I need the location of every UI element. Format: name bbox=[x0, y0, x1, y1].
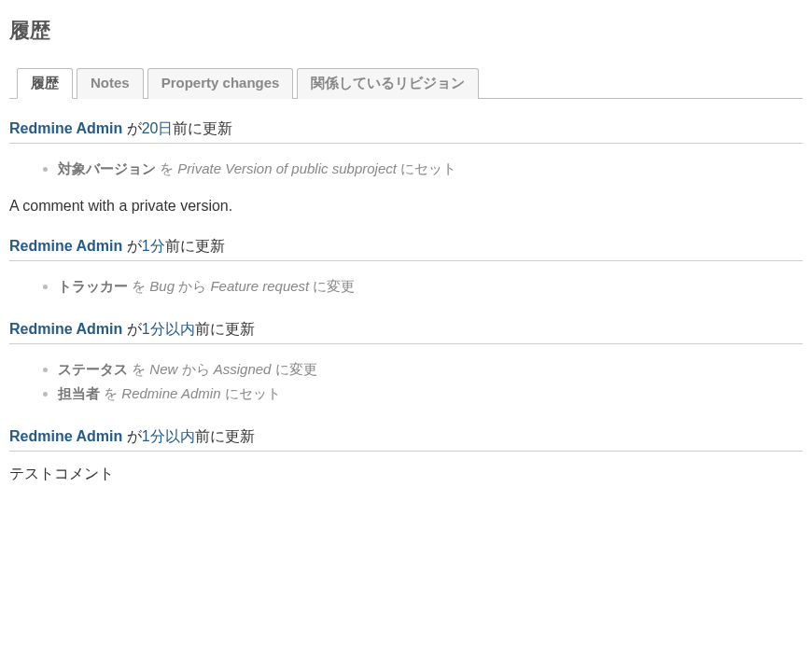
detail-text: にセット bbox=[397, 160, 456, 176]
journal-ga-text: が bbox=[122, 120, 141, 136]
detail-property: 担当者 bbox=[58, 385, 100, 401]
detail-text: に変更 bbox=[271, 361, 316, 377]
detail-text: を bbox=[128, 278, 149, 294]
journal-details-list: トラッカー を Bug から Feature request に変更 bbox=[9, 274, 803, 299]
tab-1[interactable]: Notes bbox=[77, 68, 144, 99]
detail-text: を bbox=[100, 385, 121, 401]
journal-time-link[interactable]: 1分 bbox=[142, 238, 165, 254]
journal-header: Redmine Admin が1分以内前に更新 bbox=[9, 427, 803, 452]
tab-3[interactable]: 関係しているリビジョン bbox=[297, 68, 479, 99]
detail-text: から bbox=[175, 278, 210, 294]
journal-header: Redmine Admin が1分以内前に更新 bbox=[9, 320, 803, 344]
detail-text: を bbox=[128, 361, 149, 377]
detail-property: 対象バージョン bbox=[58, 160, 156, 176]
journal-note: A comment with a private version. bbox=[9, 198, 803, 215]
journal-time-link[interactable]: 1分以内 bbox=[142, 321, 195, 337]
journal-details-list: ステータス を New から Assigned に変更担当者 を Redmine… bbox=[9, 357, 803, 405]
detail-value: Feature request bbox=[210, 278, 309, 294]
detail-text: にセット bbox=[221, 385, 281, 401]
detail-value: Bug bbox=[149, 278, 175, 294]
journal-detail-item: トラッカー を Bug から Feature request に変更 bbox=[58, 274, 803, 299]
journal-header: Redmine Admin が1分前に更新 bbox=[9, 237, 803, 261]
journal-entry: Redmine Admin が1分以内前に更新テストコメント bbox=[9, 427, 803, 484]
journal-ga-text: が bbox=[122, 321, 141, 337]
journal-header: Redmine Admin が20日前に更新 bbox=[9, 119, 803, 144]
journal-ga-text: が bbox=[122, 428, 141, 444]
journals-container: Redmine Admin が20日前に更新対象バージョン を Private … bbox=[9, 119, 803, 484]
detail-property: ステータス bbox=[58, 361, 128, 377]
journal-detail-item: 対象バージョン を Private Version of public subp… bbox=[58, 157, 803, 181]
journal-detail-item: ステータス を New から Assigned に変更 bbox=[58, 357, 803, 382]
journal-user-link[interactable]: Redmine Admin bbox=[9, 120, 122, 136]
detail-text: から bbox=[177, 361, 213, 377]
detail-text: に変更 bbox=[309, 278, 355, 294]
page-title: 履歴 bbox=[9, 17, 803, 45]
journal-note: テストコメント bbox=[9, 465, 803, 484]
detail-value: Private Version of public subproject bbox=[177, 160, 397, 176]
journal-entry: Redmine Admin が1分以内前に更新ステータス を New から As… bbox=[9, 320, 803, 405]
journal-details-list: 対象バージョン を Private Version of public subp… bbox=[9, 157, 803, 181]
journal-entry: Redmine Admin が1分前に更新トラッカー を Bug から Feat… bbox=[9, 237, 803, 299]
journal-user-link[interactable]: Redmine Admin bbox=[9, 238, 122, 254]
detail-property: トラッカー bbox=[58, 278, 128, 294]
journal-suffix-text: 前に更新 bbox=[165, 238, 225, 254]
detail-value: Assigned bbox=[214, 361, 272, 377]
tab-2[interactable]: Property changes bbox=[147, 68, 294, 99]
journal-detail-item: 担当者 を Redmine Admin にセット bbox=[58, 382, 803, 406]
journal-user-link[interactable]: Redmine Admin bbox=[9, 428, 122, 444]
journal-ga-text: が bbox=[122, 238, 141, 254]
journal-user-link[interactable]: Redmine Admin bbox=[9, 321, 122, 337]
tabs-container: 履歴NotesProperty changes関係しているリビジョン bbox=[9, 67, 803, 99]
detail-value: Redmine Admin bbox=[121, 385, 220, 401]
journal-time-link[interactable]: 1分以内 bbox=[142, 428, 195, 444]
journal-suffix-text: 前に更新 bbox=[195, 321, 255, 337]
detail-value: New bbox=[149, 361, 177, 377]
detail-text: を bbox=[156, 160, 177, 176]
journal-suffix-text: 前に更新 bbox=[195, 428, 255, 444]
tab-0[interactable]: 履歴 bbox=[17, 68, 73, 99]
journal-time-link[interactable]: 20日 bbox=[142, 120, 174, 136]
journal-suffix-text: 前に更新 bbox=[173, 120, 232, 136]
journal-entry: Redmine Admin が20日前に更新対象バージョン を Private … bbox=[9, 119, 803, 215]
